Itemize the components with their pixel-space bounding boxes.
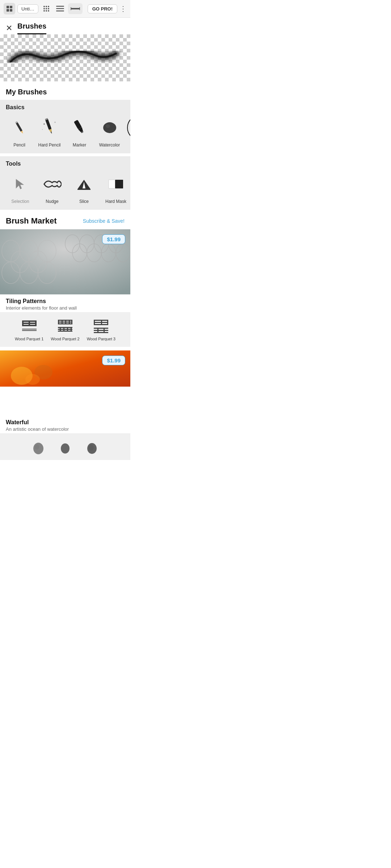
svg-rect-93 xyxy=(94,320,95,324)
toolbar: Unti… GO PRO! ⋮ xyxy=(0,0,130,18)
wood-parquet3-icon xyxy=(92,316,110,335)
brush-name-hard-pencil: Hard Pencil xyxy=(38,142,60,148)
svg-rect-96 xyxy=(94,328,108,329)
svg-marker-23 xyxy=(49,129,53,134)
svg-rect-78 xyxy=(58,320,59,324)
waterful-card-title: Waterful xyxy=(6,419,125,426)
brush-name-marker: Marker xyxy=(73,142,86,148)
waterful-price-badge[interactable]: $1.99 xyxy=(102,356,125,365)
brush-name-watercolor: Watercolor xyxy=(99,142,120,148)
svg-point-104 xyxy=(25,374,40,385)
waterful-brush2 xyxy=(57,438,73,456)
brushes-header: ✕ Brushes xyxy=(0,18,130,34)
svg-point-27 xyxy=(54,122,55,123)
svg-rect-98 xyxy=(94,332,108,333)
market-title: Brush Market xyxy=(6,216,57,226)
svg-point-4 xyxy=(43,6,45,7)
pencil-brush-icon xyxy=(7,115,32,140)
more-options-icon[interactable]: ⋮ xyxy=(119,4,127,13)
wood-parquet3-name: Wood Parquet 3 xyxy=(87,337,115,341)
tool-item-selection[interactable]: Selection xyxy=(6,171,35,204)
market-card-tiling[interactable]: $1.99 Tiling Patterns Interior elements … xyxy=(0,229,130,347)
brushes-title: Brushes xyxy=(17,22,46,34)
svg-point-34 xyxy=(111,128,114,130)
svg-rect-15 xyxy=(56,10,64,12)
tool-name-slice: Slice xyxy=(79,199,89,204)
wood-parquet1-name: Wood Parquet 1 xyxy=(15,337,43,341)
svg-point-5 xyxy=(46,6,47,7)
subscribe-link[interactable]: Subscribe & Save! xyxy=(83,218,125,224)
airbrush-brush-icon xyxy=(127,115,131,140)
my-brushes-title: My Brushes xyxy=(0,81,130,100)
svg-rect-86 xyxy=(60,327,61,332)
market-card-waterful[interactable]: $1.99 Waterful An artistic ocean of wate… xyxy=(0,350,130,460)
svg-point-106 xyxy=(35,444,39,450)
watercolor-brush-icon xyxy=(97,115,122,140)
wood-parquet1-icon xyxy=(20,316,38,335)
svg-point-28 xyxy=(42,129,43,130)
tiling-price-badge[interactable]: $1.99 xyxy=(102,234,125,244)
svg-rect-95 xyxy=(107,320,108,324)
svg-rect-44 xyxy=(77,189,91,190)
waterful-card-bg: $1.99 xyxy=(0,350,130,416)
svg-rect-87 xyxy=(63,327,64,332)
tools-label: Tools xyxy=(0,161,130,171)
brush-item-pencil[interactable]: Pencil xyxy=(6,115,33,148)
gopro-button[interactable]: GO PRO! xyxy=(88,4,117,13)
svg-point-7 xyxy=(43,8,45,9)
svg-rect-94 xyxy=(101,320,102,324)
svg-rect-100 xyxy=(104,328,105,332)
tools-scroll[interactable]: Selection Nudge Slice xyxy=(0,171,130,204)
svg-rect-14 xyxy=(56,8,64,9)
document-title[interactable]: Unti… xyxy=(17,4,38,13)
svg-rect-89 xyxy=(71,327,72,332)
grid-icon[interactable] xyxy=(4,3,15,14)
hard-mask-tool-icon xyxy=(103,171,129,197)
card-brush-wood1[interactable]: Wood Parquet 1 xyxy=(15,316,43,341)
market-header: Brush Market Subscribe & Save! xyxy=(0,210,130,229)
waterful-brushes-strip xyxy=(0,433,130,460)
svg-point-8 xyxy=(46,8,47,9)
ruler-icon[interactable] xyxy=(68,3,83,14)
svg-point-33 xyxy=(106,124,110,128)
tools-section: Tools Selection Nudge xyxy=(0,156,130,210)
brush-stroke-preview xyxy=(7,47,124,69)
brush-item-watercolor[interactable]: Watercolor xyxy=(96,115,123,148)
tool-item-hard-mask[interactable]: Hard Mask xyxy=(101,171,130,204)
waterful-card-content: Waterful An artistic ocean of watercolor xyxy=(0,416,130,433)
nudge-tool-icon xyxy=(39,171,65,197)
slice-tool-icon xyxy=(71,171,97,197)
hard-pencil-brush-icon xyxy=(37,115,62,140)
brush-item-hard-pencil[interactable]: Hard Pencil xyxy=(36,115,63,148)
tiling-card-bg: $1.99 xyxy=(0,229,130,294)
brush-item-marker[interactable]: Marker xyxy=(66,115,93,148)
svg-point-9 xyxy=(48,8,49,9)
menu-icon[interactable] xyxy=(54,3,66,14)
basics-scroll[interactable]: Pencil Hard Pencil xyxy=(0,115,130,148)
apps-icon[interactable] xyxy=(41,3,52,14)
svg-rect-0 xyxy=(7,6,9,8)
svg-rect-81 xyxy=(69,320,70,324)
card-brush-wood3[interactable]: Wood Parquet 3 xyxy=(87,316,115,341)
tiling-card-desc: Interior elements for floor and wall xyxy=(6,305,125,311)
svg-rect-97 xyxy=(94,330,108,331)
tool-item-slice[interactable]: Slice xyxy=(70,171,98,204)
card-brush-wood2[interactable]: Wood Parquet 2 xyxy=(51,316,79,341)
svg-rect-92 xyxy=(94,324,108,325)
close-button[interactable]: ✕ xyxy=(6,24,12,33)
basics-label: Basics xyxy=(0,104,130,115)
wood-parquet2-name: Wood Parquet 2 xyxy=(51,337,79,341)
tool-item-nudge[interactable]: Nudge xyxy=(38,171,67,204)
tiling-brushes: Wood Parquet 1 xyxy=(0,312,130,347)
svg-point-12 xyxy=(48,10,49,12)
waterful-brush3 xyxy=(84,438,100,456)
svg-rect-22 xyxy=(45,119,51,130)
basics-section: Basics Pencil xyxy=(0,100,130,153)
svg-rect-46 xyxy=(109,180,115,188)
brush-item-airbrush[interactable]: Airbrush xyxy=(126,115,130,148)
svg-point-11 xyxy=(46,10,47,12)
svg-rect-1 xyxy=(10,6,12,8)
marker-brush-icon xyxy=(67,115,92,140)
svg-rect-82 xyxy=(71,320,72,324)
svg-point-10 xyxy=(43,10,45,12)
